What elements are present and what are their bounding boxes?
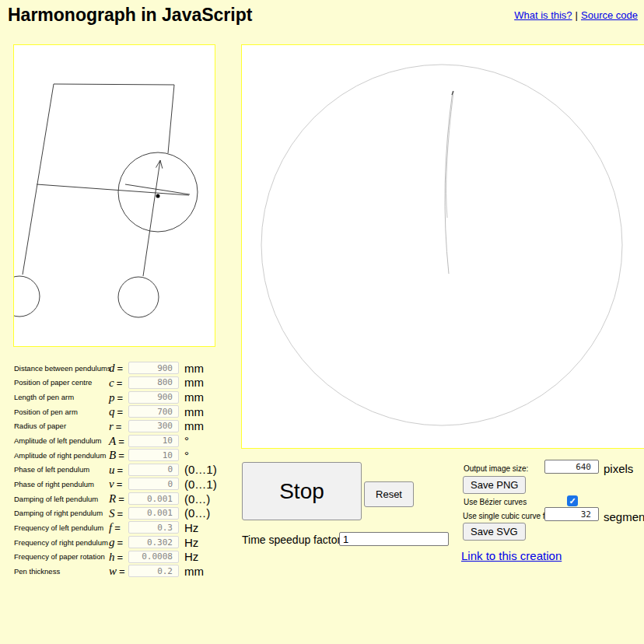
param-symbol: h=: [109, 550, 128, 564]
param-row: Damping of right pendulum S= (0…): [14, 506, 217, 520]
param-row: Amplitude of left pendulum A= °: [14, 433, 217, 448]
param-label: Amplitude of right pendulum: [14, 451, 109, 460]
param-row: Distance between pendulums d= mm: [14, 361, 217, 376]
left-bob-circle: [14, 276, 40, 317]
param-label: Phase of left pendulum: [14, 465, 109, 474]
param-symbol-letter: A: [109, 435, 116, 447]
param-symbol-letter: u: [109, 464, 115, 476]
param-row: Frequency of paper rotation h= Hz: [14, 549, 217, 564]
param-row: Amplitude of right pendulum B= °: [14, 448, 217, 463]
left-pendulum-rod: [23, 84, 54, 275]
equals-sign: =: [117, 464, 124, 476]
header-links: What is this?|Source code: [514, 9, 638, 21]
paper-drawing: [242, 45, 644, 448]
param-unit: (0…): [184, 506, 210, 520]
cubic-segments-unit: segments: [604, 510, 644, 523]
output-size-label: Output image size:: [464, 464, 528, 473]
trace-path-2: [446, 92, 453, 218]
source-code-link[interactable]: Source code: [581, 9, 638, 21]
param-input-q[interactable]: [128, 405, 179, 418]
param-symbol: R=: [109, 492, 128, 506]
cubic-curve-label: Use single cubic curve for: [463, 512, 552, 520]
param-input-p[interactable]: [128, 391, 179, 404]
param-row: Phase of right pendulum v= (0…1): [14, 477, 217, 492]
param-symbol: d=: [109, 361, 128, 375]
param-unit: (0…1): [184, 478, 217, 491]
param-input-amplitude-left[interactable]: [128, 435, 179, 447]
param-input-frequency-right[interactable]: [128, 536, 179, 548]
equals-sign: =: [117, 406, 124, 418]
param-unit: Hz: [184, 536, 198, 549]
equals-sign: =: [116, 421, 122, 432]
save-svg-button[interactable]: Save SVG: [463, 523, 526, 541]
param-symbol: v=: [109, 477, 128, 491]
param-symbol-letter: R: [109, 492, 116, 505]
param-label: Damping of right pendulum: [14, 509, 109, 517]
param-unit: mm: [184, 405, 204, 418]
param-label: Amplitude of left pendulum: [14, 436, 109, 445]
param-input-c[interactable]: [128, 376, 179, 389]
param-unit: mm: [184, 376, 204, 389]
equals-sign: =: [117, 551, 124, 563]
param-row: Length of pen arm p= mm: [14, 390, 217, 404]
frame-outline: [54, 84, 174, 153]
param-unit: mm: [184, 362, 204, 375]
param-unit: mm: [184, 565, 204, 578]
bezier-checkbox[interactable]: ✓: [567, 495, 578, 506]
param-symbol: r=: [109, 419, 128, 433]
param-symbol-letter: q: [109, 405, 115, 418]
equals-sign: =: [117, 392, 124, 404]
param-symbol-letter: p: [109, 391, 115, 404]
output-size-unit: pixels: [604, 462, 633, 475]
right-pendulum-rod: [143, 160, 160, 276]
param-label: Frequency of left pendulum: [14, 523, 109, 532]
param-input-d[interactable]: [128, 362, 179, 374]
param-row: Phase of left pendulum u= (0…1): [14, 462, 217, 477]
param-input-phase-left[interactable]: [128, 464, 179, 476]
page-title: Harmonograph in JavaScript: [8, 5, 252, 26]
param-input-frequency-paper[interactable]: [128, 551, 179, 563]
param-label: Pen thickness: [14, 567, 109, 576]
param-symbol-letter: w: [109, 565, 117, 577]
param-symbol: S=: [109, 506, 128, 520]
what-is-this-link[interactable]: What is this?: [514, 9, 572, 21]
speed-input[interactable]: [339, 532, 449, 546]
param-row: Position of paper centre c= mm: [14, 376, 217, 390]
reset-button[interactable]: Reset: [364, 481, 414, 507]
param-input-damping-left[interactable]: [128, 492, 179, 505]
param-input-amplitude-right[interactable]: [128, 449, 179, 461]
param-row: Pen thickness w= mm: [14, 564, 217, 579]
param-input-damping-right[interactable]: [128, 507, 179, 520]
save-png-button[interactable]: Save PNG: [463, 476, 526, 494]
param-unit: (0…): [184, 492, 210, 506]
output-size-input[interactable]: [544, 460, 599, 474]
param-symbol-letter: f: [109, 521, 112, 534]
param-label: Damping of left pendulum: [14, 495, 109, 503]
param-input-phase-right[interactable]: [128, 478, 179, 490]
param-unit: °: [184, 449, 189, 462]
param-label: Position of paper centre: [14, 378, 109, 387]
param-label: Radius of paper: [14, 422, 109, 430]
param-symbol: u=: [109, 463, 128, 477]
param-input-frequency-left[interactable]: [128, 521, 179, 534]
param-unit: mm: [184, 419, 204, 432]
speed-label: Time speedup factor:: [242, 534, 344, 546]
param-unit: (0…1): [184, 463, 217, 476]
param-input-pen-thickness[interactable]: [128, 565, 179, 577]
param-symbol-letter: v: [109, 478, 114, 490]
bezier-curves-label: Use Bézier curves: [464, 498, 527, 506]
cubic-segments-input[interactable]: [544, 507, 599, 521]
creation-link[interactable]: Link to this creation: [461, 549, 562, 562]
right-bob-circle: [118, 277, 159, 317]
param-input-r[interactable]: [128, 420, 179, 432]
param-unit: mm: [184, 390, 204, 404]
param-unit: Hz: [184, 550, 198, 563]
param-row: Frequency of left pendulum f= Hz: [14, 520, 217, 535]
stop-button[interactable]: Stop: [242, 462, 362, 520]
parameter-list: Distance between pendulums d= mm Positio…: [14, 361, 217, 579]
equals-sign: =: [117, 377, 123, 389]
equals-sign: =: [118, 493, 124, 505]
machine-diagram: [14, 45, 215, 346]
param-label: Length of pen arm: [14, 393, 109, 401]
param-label: Frequency of right pendulum: [14, 538, 109, 547]
